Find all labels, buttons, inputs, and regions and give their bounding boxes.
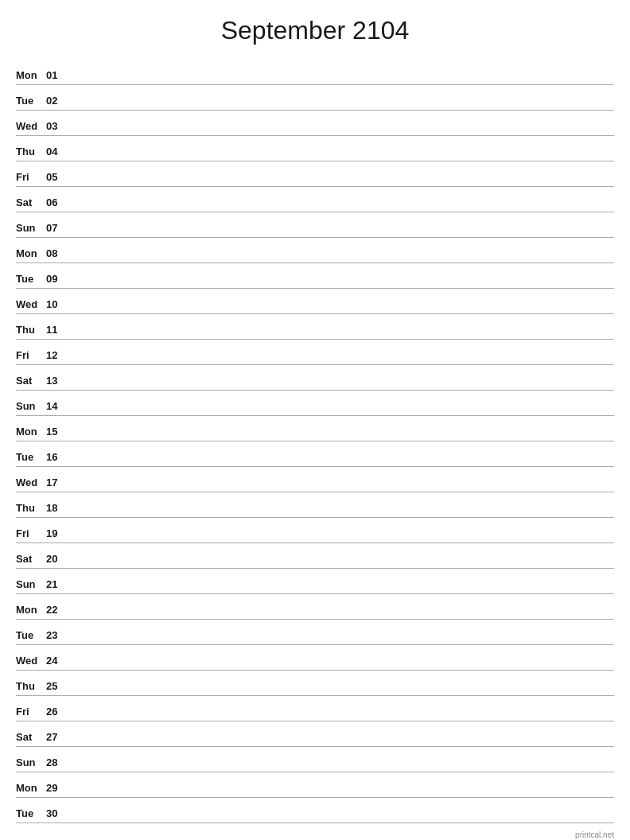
day-name: Mon (16, 247, 46, 262)
day-writing-line (70, 416, 614, 441)
day-number: 27 (46, 731, 70, 746)
calendar-row: Wed10 (16, 289, 614, 314)
day-writing-line (70, 187, 614, 212)
day-number: 15 (46, 426, 70, 441)
day-writing-line (70, 365, 614, 390)
day-number: 11 (46, 324, 70, 339)
calendar-row: Tue02 (16, 85, 614, 111)
day-writing-line (70, 696, 614, 721)
day-number: 14 (46, 400, 70, 415)
day-name: Thu (16, 146, 46, 161)
calendar-row: Mon08 (16, 238, 614, 263)
calendar-row: Mon29 (16, 772, 614, 798)
calendar-row: Fri12 (16, 340, 614, 365)
calendar-row: Thu18 (16, 492, 614, 518)
day-writing-line (70, 289, 614, 313)
day-name: Sun (16, 578, 46, 593)
day-name: Tue (16, 629, 46, 644)
day-number: 01 (46, 69, 70, 84)
day-writing-line (70, 60, 614, 84)
day-number: 03 (46, 120, 70, 135)
day-name: Sun (16, 756, 46, 772)
day-number: 18 (46, 502, 70, 517)
day-name: Tue (16, 451, 46, 466)
page-title: September 2104 (16, 16, 614, 45)
day-number: 21 (46, 578, 70, 593)
day-name: Mon (16, 782, 46, 797)
day-number: 10 (46, 298, 70, 313)
day-writing-line (70, 569, 614, 593)
calendar-row: Sun28 (16, 747, 614, 772)
calendar-row: Thu25 (16, 671, 614, 696)
day-name: Tue (16, 273, 46, 288)
day-number: 13 (46, 375, 70, 390)
calendar-row: Tue09 (16, 263, 614, 289)
day-number: 07 (46, 222, 70, 237)
day-name: Mon (16, 426, 46, 441)
day-name: Tue (16, 95, 46, 110)
day-name: Thu (16, 324, 46, 339)
day-name: Wed (16, 476, 46, 492)
day-number: 05 (46, 171, 70, 186)
day-number: 25 (46, 680, 70, 695)
day-writing-line (70, 238, 614, 262)
day-writing-line (70, 747, 614, 772)
day-name: Fri (16, 527, 46, 542)
calendar-row: Wed24 (16, 645, 614, 671)
day-writing-line (70, 721, 614, 746)
day-writing-line (70, 518, 614, 542)
day-number: 19 (46, 527, 70, 542)
day-name: Tue (16, 807, 46, 822)
day-number: 04 (46, 146, 70, 161)
calendar-row: Tue30 (16, 798, 614, 823)
day-number: 30 (46, 807, 70, 822)
day-number: 08 (46, 247, 70, 262)
day-name: Sat (16, 375, 46, 390)
day-writing-line (70, 111, 614, 135)
calendar-row: Sat13 (16, 365, 614, 391)
calendar-page: September 2104 Mon01Tue02Wed03Thu04Fri05… (0, 0, 630, 840)
day-writing-line (70, 441, 614, 466)
calendar-row: Sat27 (16, 721, 614, 747)
day-number: 22 (46, 604, 70, 619)
day-writing-line (70, 85, 614, 110)
day-number: 23 (46, 629, 70, 644)
calendar-row: Sun21 (16, 569, 614, 594)
day-name: Fri (16, 171, 46, 186)
calendar-row: Tue16 (16, 441, 614, 467)
day-name: Fri (16, 349, 46, 364)
day-writing-line (70, 798, 614, 822)
day-writing-line (70, 161, 614, 186)
day-writing-line (70, 543, 614, 568)
day-number: 29 (46, 782, 70, 797)
day-name: Thu (16, 502, 46, 517)
day-number: 24 (46, 655, 70, 670)
day-number: 28 (46, 756, 70, 772)
footer-text: printcal.net (575, 830, 614, 839)
day-name: Sun (16, 222, 46, 237)
day-writing-line (70, 212, 614, 237)
day-number: 12 (46, 349, 70, 364)
calendar-row: Thu11 (16, 314, 614, 340)
day-name: Sat (16, 196, 46, 212)
day-name: Wed (16, 120, 46, 135)
calendar-row: Fri05 (16, 161, 614, 187)
day-writing-line (70, 314, 614, 339)
day-name: Thu (16, 680, 46, 695)
calendar-row: Mon22 (16, 594, 614, 620)
day-number: 09 (46, 273, 70, 288)
day-number: 02 (46, 95, 70, 110)
day-name: Wed (16, 298, 46, 313)
day-name: Sun (16, 400, 46, 415)
day-writing-line (70, 136, 614, 161)
day-writing-line (70, 340, 614, 364)
calendar-row: Wed03 (16, 111, 614, 136)
day-writing-line (70, 772, 614, 797)
calendar-row: Thu04 (16, 136, 614, 161)
calendar-table: Mon01Tue02Wed03Thu04Fri05Sat06Sun07Mon08… (16, 60, 614, 823)
day-writing-line (70, 671, 614, 695)
day-name: Mon (16, 69, 46, 84)
calendar-row: Sat20 (16, 543, 614, 569)
day-number: 16 (46, 451, 70, 466)
calendar-row: Sun14 (16, 391, 614, 416)
